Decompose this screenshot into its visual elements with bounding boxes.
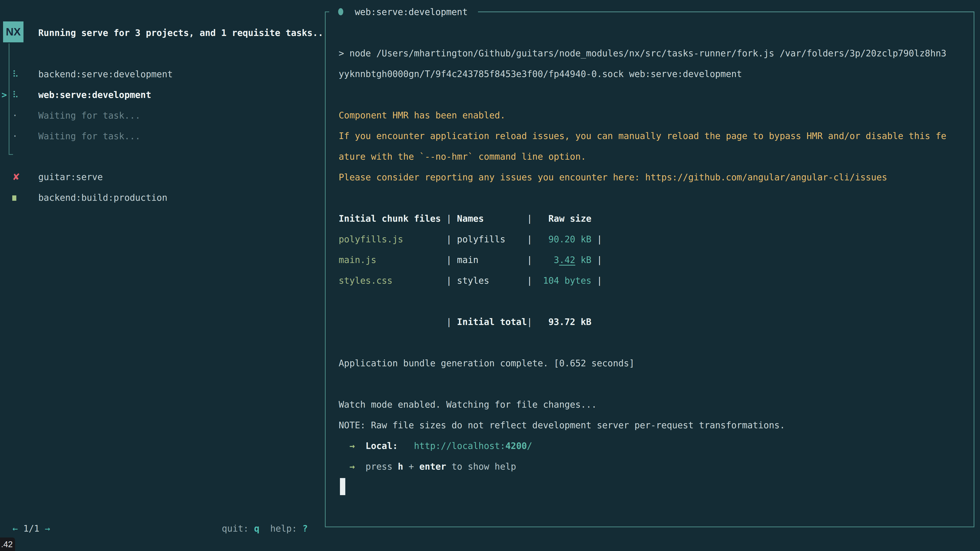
- task-label: backend:build:production: [38, 192, 167, 203]
- task-label: web:serve:development: [38, 90, 151, 100]
- hmr-warning-line-1: Component HMR has been enabled.: [339, 105, 505, 125]
- chunk-name: main: [457, 255, 527, 265]
- table-separator: |: [527, 317, 532, 327]
- panel-border-left: [325, 11, 326, 527]
- terminal-screen: NX Running serve for 3 projects, and 1 r…: [0, 0, 980, 551]
- task-label: Waiting for task...: [38, 110, 140, 121]
- help-hint-label: help:: [270, 524, 297, 534]
- initial-total-label: Initial total: [457, 317, 527, 327]
- running-bullet-icon: [338, 8, 343, 15]
- chunk-file: polyfills.js: [339, 234, 441, 245]
- command-line-1: > node /Users/mhartington/Github/guitars…: [339, 43, 946, 64]
- chunk-name: styles: [457, 275, 527, 286]
- table-separator: |: [527, 213, 532, 224]
- pager: ← 1/1 →: [13, 518, 50, 539]
- panel-border-top-tick: [325, 11, 329, 12]
- pager-left-arrow-icon[interactable]: ←: [13, 524, 18, 534]
- col-header-names: Names: [457, 213, 527, 224]
- key-h: h: [398, 462, 403, 472]
- task-row-waiting-1[interactable]: · Waiting for task...: [0, 105, 324, 126]
- table-separator: |: [527, 275, 532, 286]
- pager-position: 1/1: [23, 524, 39, 534]
- waiting-dot-icon: ·: [12, 131, 27, 141]
- table-separator: |: [446, 255, 452, 265]
- waiting-dot-icon: ·: [12, 110, 27, 121]
- local-server-line: → Local: http://localhost:4200/: [339, 435, 532, 456]
- selected-caret-icon: >: [2, 90, 7, 100]
- table-separator: |: [446, 234, 452, 245]
- task-row-guitar-serve[interactable]: ✘ guitar:serve: [0, 167, 324, 187]
- task-label: backend:serve:development: [38, 69, 173, 79]
- table-separator: |: [446, 317, 452, 327]
- chunk-table-header: Initial chunk files|Names|Raw size: [339, 208, 591, 229]
- col-header-files: Initial chunk files: [339, 213, 441, 224]
- local-label: Local:: [366, 441, 398, 451]
- chunk-size: 3: [554, 255, 559, 265]
- spinner-icon: ⠧: [12, 90, 27, 100]
- failed-x-icon: ✘: [12, 171, 27, 182]
- task-row-backend-serve[interactable]: ⠧ backend:serve:development: [0, 64, 324, 84]
- initial-total-size: 93.72 kB: [538, 317, 592, 327]
- command-line-2: yyknnbtgh0000gn/T/9f4c243785f8453e3f00/f…: [339, 64, 742, 84]
- table-separator: |: [527, 234, 532, 245]
- arrow-icon: →: [349, 462, 355, 472]
- table-separator: |: [446, 275, 452, 286]
- quit-hint-label: quit:: [222, 524, 248, 534]
- hmr-warning-line-2: If you encounter application reload issu…: [339, 125, 946, 146]
- task-label: guitar:serve: [38, 172, 103, 182]
- terminal-cursor: [340, 478, 345, 495]
- pager-right-arrow-icon[interactable]: →: [45, 524, 50, 534]
- chunk-table-row: polyfills.js|polyfills|90.20 kB|: [339, 229, 602, 249]
- chunk-table-row: styles.css|styles|104 bytes|: [339, 270, 602, 291]
- chunk-table-total-row: |Initial total|93.72 kB: [339, 311, 591, 332]
- table-separator: |: [597, 255, 602, 265]
- hmr-warning-line-4: Please consider reporting any issues you…: [339, 167, 887, 187]
- quit-key: q: [254, 524, 259, 534]
- arrow-icon: →: [349, 441, 355, 451]
- watch-mode-message: Watch mode enabled. Watching for file ch…: [339, 394, 597, 415]
- plus-text: +: [409, 462, 414, 472]
- note-message: NOTE: Raw file sizes do not reflect deve…: [339, 415, 785, 435]
- success-square-icon: [12, 192, 27, 203]
- task-row-backend-build[interactable]: backend:build:production: [0, 187, 324, 208]
- col-header-rawsize: Raw size: [538, 213, 592, 224]
- spinner-icon: ⠧: [12, 69, 27, 79]
- table-separator: |: [597, 234, 602, 245]
- panel-title: web:serve:development: [355, 2, 468, 22]
- show-help-text: to show help: [452, 462, 516, 472]
- panel-border-bottom: [325, 527, 974, 527]
- table-separator: |: [597, 275, 602, 286]
- table-separator: |: [527, 255, 532, 265]
- task-row-web-serve[interactable]: > ⠧ web:serve:development: [0, 84, 324, 105]
- hmr-warning-line-3: ature with the `--no-hmr` command line o…: [339, 146, 586, 167]
- chunk-table-row: main.js|main|3.42 kB|: [339, 249, 602, 270]
- task-label: Waiting for task...: [38, 131, 140, 141]
- corner-overlay: .42: [0, 537, 15, 551]
- bundle-complete-message: Application bundle generation complete. …: [339, 353, 635, 373]
- local-url[interactable]: http://localhost:4200/: [414, 441, 532, 451]
- chunk-file: main.js: [339, 255, 441, 265]
- help-hint-line: → press h + enter to show help: [339, 456, 516, 477]
- help-key: ?: [302, 524, 308, 534]
- keyboard-hints: quit: q help: ?: [222, 518, 308, 539]
- task-row-waiting-2[interactable]: · Waiting for task...: [0, 126, 324, 146]
- table-separator: |: [446, 213, 452, 224]
- tasks-header: Running serve for 3 projects, and 1 requ…: [38, 22, 323, 43]
- key-enter: enter: [419, 462, 446, 472]
- task-group-bracket-foot: [9, 154, 13, 155]
- panel-border-right: [974, 11, 974, 527]
- press-text: press: [366, 462, 392, 472]
- chunk-file: styles.css: [339, 275, 441, 286]
- chunk-name: polyfills: [457, 234, 527, 245]
- chunk-size: 90.20 kB: [549, 234, 592, 245]
- chunk-size: 104 bytes: [543, 275, 592, 286]
- nx-logo-badge: NX: [3, 21, 24, 42]
- panel-border-top-line: [478, 11, 974, 12]
